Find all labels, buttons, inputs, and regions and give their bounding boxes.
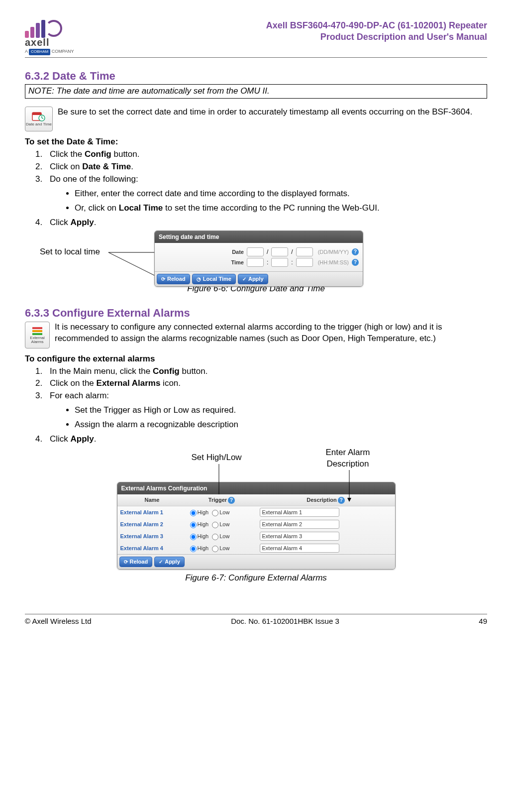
procedure-title-633: To configure the external alarms bbox=[25, 353, 487, 365]
trigger-high-radio[interactable] bbox=[190, 522, 197, 528]
step-item: Do one of the following: Either, enter t… bbox=[45, 174, 487, 214]
figure-caption-67: Figure 6-7: Configure External Alarms bbox=[185, 573, 327, 584]
alarm-desc-input[interactable] bbox=[260, 508, 339, 517]
step-item: Click Apply. bbox=[45, 434, 487, 445]
reload-button[interactable]: ⟳Reload bbox=[119, 557, 153, 567]
svg-line-5 bbox=[108, 252, 156, 276]
svg-rect-9 bbox=[32, 333, 42, 335]
step-item: Click the Config button. bbox=[45, 149, 487, 160]
time-ss-input[interactable] bbox=[296, 258, 313, 267]
brand-logo: axell A COBHAM COMPANY bbox=[25, 20, 74, 55]
svg-marker-13 bbox=[347, 498, 351, 502]
refresh-icon: ⟳ bbox=[124, 559, 128, 566]
brand-subtitle: A COBHAM COMPANY bbox=[25, 48, 74, 55]
footer-doc-no: Doc. No. 61-102001HBK Issue 3 bbox=[231, 616, 339, 626]
date-dd-input[interactable] bbox=[247, 247, 264, 256]
help-icon[interactable]: ? bbox=[352, 248, 359, 255]
callout-arrow-icon bbox=[347, 470, 352, 504]
date-label: Date bbox=[204, 248, 244, 256]
svg-rect-8 bbox=[32, 330, 42, 332]
alarm-desc-input[interactable] bbox=[260, 532, 339, 541]
trigger-high-radio[interactable] bbox=[190, 546, 197, 552]
alarm-name: External Alarm 2 bbox=[117, 518, 187, 530]
help-icon[interactable]: ? bbox=[338, 497, 345, 504]
table-row: External Alarm 3 High Low bbox=[117, 530, 395, 542]
alarm-name: External Alarm 1 bbox=[117, 506, 187, 519]
col-description: Description? bbox=[257, 494, 395, 506]
steps-list-632: Click the Config button. Click on Date &… bbox=[25, 149, 487, 229]
alarm-desc-input[interactable] bbox=[260, 544, 339, 553]
trigger-low-radio[interactable] bbox=[212, 510, 218, 516]
logo-swirl-icon bbox=[45, 20, 62, 37]
trigger-low-radio[interactable] bbox=[212, 546, 218, 552]
page-header: axell A COBHAM COMPANY Axell BSF3604-470… bbox=[25, 20, 487, 58]
date-time-app-icon: Date and Time bbox=[25, 107, 53, 131]
trigger-low-radio[interactable] bbox=[212, 534, 218, 540]
panel-title: External Alarms Configuration bbox=[117, 482, 395, 494]
table-row: External Alarm 2 High Low bbox=[117, 518, 395, 530]
sub-bullets-633: Set the Trigger as High or Low as requir… bbox=[65, 405, 487, 431]
alarm-name: External Alarm 3 bbox=[117, 530, 187, 542]
time-label: Time bbox=[204, 259, 244, 266]
local-time-button[interactable]: ◔Local Time bbox=[192, 274, 236, 284]
section-heading-632: 6.3.2 Date & Time bbox=[25, 69, 487, 84]
time-hh-input[interactable] bbox=[247, 258, 264, 267]
alarms-table: Name Trigger? Description? External Alar… bbox=[117, 494, 395, 554]
date-yy-input[interactable] bbox=[296, 247, 313, 256]
external-alarms-app-icon: External Alarms bbox=[25, 322, 50, 348]
time-mm-input[interactable] bbox=[271, 258, 288, 267]
callout-set-high-low: Set High/Low bbox=[192, 452, 242, 464]
alarms-list-icon bbox=[31, 326, 43, 336]
clock-icon: ◔ bbox=[197, 276, 201, 283]
date-time-panel: Setting date and time Date / / (DD/MM/YY… bbox=[154, 231, 363, 287]
trigger-cell: High Low bbox=[187, 530, 257, 542]
section-heading-633: 6.3.3 Configure External Alarms bbox=[25, 306, 487, 321]
trigger-low-radio[interactable] bbox=[212, 522, 218, 528]
step-item: Click on Date & Time. bbox=[45, 161, 487, 173]
table-row: External Alarm 4 High Low bbox=[117, 542, 395, 554]
external-alarms-panel: External Alarms Configuration Name Trigg… bbox=[117, 482, 396, 570]
col-trigger: Trigger? bbox=[187, 494, 257, 506]
time-hint: (HH:MM:SS) bbox=[318, 259, 349, 266]
refresh-icon: ⟳ bbox=[161, 276, 165, 283]
apply-button[interactable]: ✓Apply bbox=[238, 274, 268, 284]
section-633-intro: It is necessary to configure any connect… bbox=[55, 322, 487, 345]
bullet-item: Or, click on Local Time to set the time … bbox=[75, 203, 487, 214]
col-name: Name bbox=[117, 494, 187, 506]
footer-copyright: © Axell Wireless Ltd bbox=[25, 616, 92, 626]
svg-rect-1 bbox=[32, 113, 41, 115]
help-icon[interactable]: ? bbox=[228, 497, 235, 504]
panel-title: Setting date and time bbox=[155, 231, 363, 243]
apply-button[interactable]: ✓Apply bbox=[154, 557, 185, 567]
trigger-cell: High Low bbox=[187, 518, 257, 530]
alarm-name: External Alarm 4 bbox=[117, 542, 187, 554]
date-mm-input[interactable] bbox=[271, 247, 288, 256]
callout-enter-desc: Enter Alarm Description bbox=[326, 447, 370, 470]
bullet-item: Either, enter the correct date and time … bbox=[75, 188, 487, 200]
footer-page-no: 49 bbox=[479, 616, 487, 626]
bullet-item: Assign the alarm a recognizable descript… bbox=[75, 419, 487, 431]
step-item: Click on the External Alarms icon. bbox=[45, 378, 487, 389]
callout-local-time: Set to local time bbox=[40, 246, 100, 258]
check-icon: ✓ bbox=[242, 276, 246, 283]
logo-bars-icon bbox=[25, 20, 45, 38]
document-title: Axell BSF3604-470-490-DP-AC (61-102001) … bbox=[266, 20, 487, 42]
check-icon: ✓ bbox=[159, 559, 163, 566]
sub-bullets-632: Either, enter the correct date and time … bbox=[65, 188, 487, 214]
procedure-title-632: To set the Date & Time: bbox=[25, 136, 487, 148]
svg-line-4 bbox=[42, 118, 43, 118]
trigger-cell: High Low bbox=[187, 542, 257, 554]
trigger-high-radio[interactable] bbox=[190, 534, 197, 540]
reload-button[interactable]: ⟳Reload bbox=[157, 274, 190, 284]
svg-rect-7 bbox=[32, 327, 42, 329]
trigger-high-radio[interactable] bbox=[190, 510, 197, 516]
alarm-desc-input[interactable] bbox=[260, 520, 339, 529]
date-hint: (DD/MM/YY) bbox=[318, 248, 349, 256]
step-item: Click Apply. bbox=[45, 217, 487, 229]
table-row: External Alarm 1 High Low bbox=[117, 506, 395, 519]
bullet-item: Set the Trigger as High or Low as requir… bbox=[75, 405, 487, 416]
note-box: NOTE: The date and time are automaticall… bbox=[25, 84, 487, 99]
step-item: In the Main menu, click the Config butto… bbox=[45, 366, 487, 377]
help-icon[interactable]: ? bbox=[352, 259, 359, 266]
section-632-intro: Be sure to set the correct date and time… bbox=[58, 107, 487, 118]
